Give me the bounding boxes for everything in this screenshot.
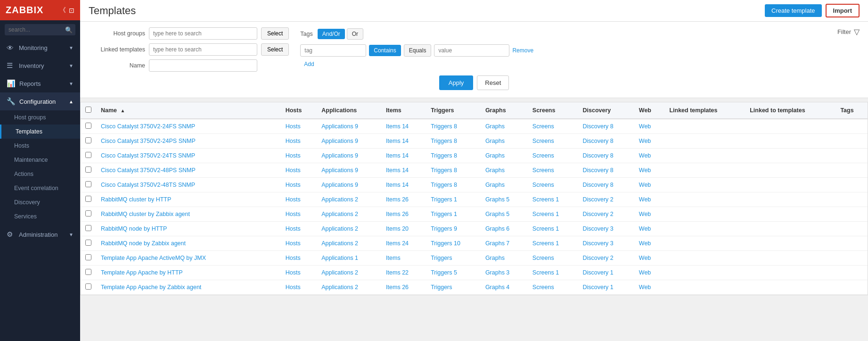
graphs-link[interactable]: Graphs (485, 138, 505, 144)
sidebar-sub-maintenance[interactable]: Maintenance (0, 153, 80, 167)
discovery-link[interactable]: Discovery 2 (583, 255, 614, 261)
web-link[interactable]: Web (639, 255, 651, 261)
linked-templates-input[interactable] (149, 43, 257, 56)
triggers-link[interactable]: Triggers 1 (431, 196, 457, 203)
items-link[interactable]: Items 26 (386, 211, 409, 217)
hosts-link[interactable]: Hosts (286, 240, 301, 247)
row-checkbox[interactable] (85, 269, 91, 275)
items-link[interactable]: Items (386, 255, 401, 261)
web-link[interactable]: Web (639, 182, 651, 188)
template-name-link[interactable]: RabbitMQ node by HTTP (101, 225, 167, 232)
row-checkbox[interactable] (85, 196, 91, 202)
applications-link[interactable]: Applications 9 (321, 167, 358, 174)
host-groups-input[interactable] (149, 27, 257, 40)
graphs-link[interactable]: Graphs 4 (485, 284, 509, 291)
graphs-link[interactable]: Graphs (485, 255, 505, 261)
graphs-link[interactable]: Graphs 5 (485, 196, 509, 203)
discovery-link[interactable]: Discovery 1 (583, 284, 614, 291)
screens-link[interactable]: Screens 1 (532, 240, 559, 247)
items-link[interactable]: Items 14 (386, 182, 409, 188)
screens-link[interactable]: Screens (532, 167, 554, 174)
discovery-link[interactable]: Discovery 8 (583, 138, 614, 144)
graphs-link[interactable]: Graphs 5 (485, 211, 509, 217)
sidebar-sub-hosts[interactable]: Hosts (0, 139, 80, 153)
triggers-link[interactable]: Triggers 5 (431, 269, 457, 276)
row-checkbox[interactable] (85, 254, 91, 260)
hosts-link[interactable]: Hosts (286, 225, 301, 232)
graphs-link[interactable]: Graphs (485, 152, 505, 159)
sidebar-item-reports[interactable]: 📊 Reports ▼ (0, 75, 80, 92)
import-button[interactable]: Import (826, 4, 860, 17)
items-link[interactable]: Items 14 (386, 138, 409, 144)
applications-link[interactable]: Applications 2 (321, 196, 358, 203)
equals-button[interactable]: Equals (404, 44, 432, 57)
applications-link[interactable]: Applications 2 (321, 211, 358, 217)
web-link[interactable]: Web (639, 269, 651, 276)
screens-link[interactable]: Screens 1 (532, 196, 559, 203)
graphs-link[interactable]: Graphs 7 (485, 240, 509, 247)
row-checkbox[interactable] (85, 225, 91, 231)
hosts-link[interactable]: Hosts (286, 284, 301, 291)
template-name-link[interactable]: Template App Apache by HTTP (101, 269, 183, 276)
screens-link[interactable]: Screens 1 (532, 225, 559, 232)
sidebar-sub-host-groups[interactable]: Host groups (0, 110, 80, 125)
hosts-link[interactable]: Hosts (286, 196, 301, 203)
discovery-link[interactable]: Discovery 3 (583, 225, 614, 232)
triggers-link[interactable]: Triggers 8 (431, 123, 457, 130)
applications-link[interactable]: Applications 9 (321, 138, 358, 144)
reset-button[interactable]: Reset (477, 75, 509, 90)
web-link[interactable]: Web (639, 152, 651, 159)
discovery-link[interactable]: Discovery 2 (583, 211, 614, 217)
applications-link[interactable]: Applications 2 (321, 240, 358, 247)
hosts-link[interactable]: Hosts (286, 167, 301, 174)
applications-link[interactable]: Applications 2 (321, 284, 358, 291)
create-template-button[interactable]: Create template (765, 4, 822, 17)
hosts-link[interactable]: Hosts (286, 255, 301, 261)
items-link[interactable]: Items 26 (386, 284, 409, 291)
template-name-link[interactable]: RabbitMQ cluster by HTTP (101, 196, 171, 203)
graphs-link[interactable]: Graphs (485, 123, 505, 130)
row-checkbox[interactable] (85, 137, 91, 143)
screens-link[interactable]: Screens 1 (532, 269, 559, 276)
template-name-link[interactable]: Cisco Catalyst 3750V2-24PS SNMP (101, 138, 196, 144)
screens-link[interactable]: Screens 1 (532, 211, 559, 217)
web-link[interactable]: Web (639, 138, 651, 144)
screens-link[interactable]: Screens (532, 123, 554, 130)
row-checkbox[interactable] (85, 240, 91, 246)
screens-link[interactable]: Screens (532, 182, 554, 188)
graphs-link[interactable]: Graphs (485, 182, 505, 188)
hosts-link[interactable]: Hosts (286, 182, 301, 188)
expand-icon[interactable]: ⊡ (69, 7, 74, 14)
hosts-link[interactable]: Hosts (286, 123, 301, 130)
sidebar-item-configuration[interactable]: 🔧 Configuration ▲ (0, 92, 80, 110)
discovery-link[interactable]: Discovery 8 (583, 182, 614, 188)
items-link[interactable]: Items 26 (386, 196, 409, 203)
triggers-link[interactable]: Triggers 8 (431, 138, 457, 144)
triggers-link[interactable]: Triggers 10 (431, 240, 460, 247)
triggers-link[interactable]: Triggers 1 (431, 211, 457, 217)
triggers-link[interactable]: Triggers 8 (431, 152, 457, 159)
sidebar-sub-templates[interactable]: Templates (0, 125, 80, 139)
sidebar-item-monitoring[interactable]: 👁 Monitoring ▼ (0, 39, 80, 57)
contains-button[interactable]: Contains (369, 45, 401, 56)
triggers-link[interactable]: Triggers 9 (431, 225, 457, 232)
items-link[interactable]: Items 22 (386, 269, 409, 276)
applications-link[interactable]: Applications 2 (321, 225, 358, 232)
web-link[interactable]: Web (639, 123, 651, 130)
web-link[interactable]: Web (639, 225, 651, 232)
web-link[interactable]: Web (639, 240, 651, 247)
web-link[interactable]: Web (639, 284, 651, 291)
row-checkbox[interactable] (85, 210, 91, 216)
linked-templates-select-button[interactable]: Select (261, 43, 289, 56)
sidebar-sub-services[interactable]: Services (0, 209, 80, 224)
template-name-link[interactable]: Cisco Catalyst 3750V2-48PS SNMP (101, 167, 196, 174)
applications-link[interactable]: Applications 1 (321, 255, 358, 261)
triggers-link[interactable]: Triggers (431, 284, 452, 291)
hosts-link[interactable]: Hosts (286, 152, 301, 159)
template-name-link[interactable]: Cisco Catalyst 3750V2-48TS SNMP (101, 182, 195, 188)
applications-link[interactable]: Applications 9 (321, 152, 358, 159)
discovery-link[interactable]: Discovery 8 (583, 123, 614, 130)
sidebar-item-administration[interactable]: ⚙ Administration ▼ (0, 225, 80, 243)
discovery-link[interactable]: Discovery 3 (583, 240, 614, 247)
col-name[interactable]: Name ▲ (96, 102, 281, 119)
